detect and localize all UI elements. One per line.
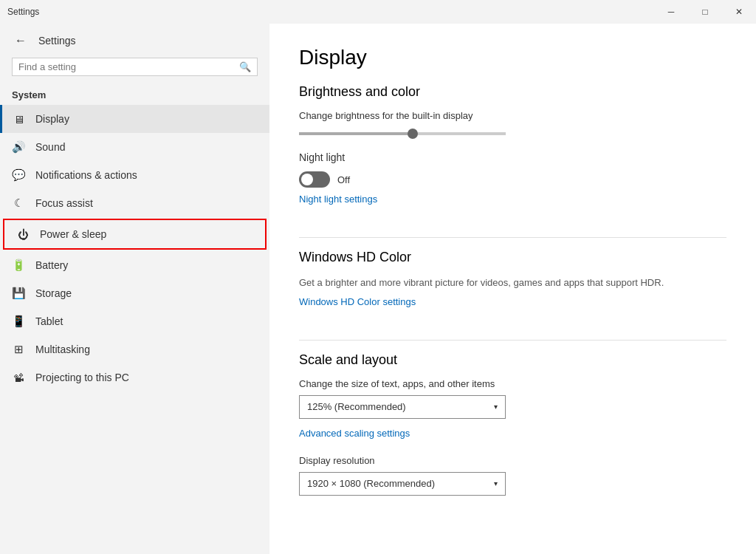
toggle-thumb — [301, 174, 313, 185]
slider-fill — [299, 132, 413, 135]
size-dropdown[interactable]: 125% (Recommended) ▾ — [299, 395, 506, 419]
nav-label-power: Power & sleep — [40, 228, 106, 240]
minimize-button[interactable]: ─ — [654, 0, 688, 24]
notifications-icon: 💬 — [12, 168, 25, 182]
resolution-dropdown[interactable]: 1920 × 1080 (Recommended) ▾ — [299, 472, 506, 496]
brightness-section: Brightness and color Change brightness f… — [299, 84, 726, 215]
nav-label-display: Display — [35, 113, 69, 125]
search-box[interactable]: 🔍 — [12, 58, 258, 76]
hd-color-settings-link[interactable]: Windows HD Color settings — [299, 296, 416, 307]
back-button[interactable]: ← — [12, 31, 30, 50]
scale-layout-section: Scale and layout Change the size of text… — [299, 352, 726, 496]
hd-color-description: Get a brighter and more vibrant picture … — [299, 276, 698, 290]
nav-label-storage: Storage — [35, 287, 72, 299]
size-label: Change the size of text, apps, and other… — [299, 378, 726, 389]
search-input[interactable] — [18, 61, 235, 72]
night-light-settings-link[interactable]: Night light settings — [299, 194, 377, 205]
night-light-row: Night light — [299, 151, 726, 167]
projecting-icon: 📽 — [12, 371, 25, 384]
titlebar-controls: ─ □ ✕ — [654, 0, 756, 24]
sidebar: ← Settings 🔍 System 🖥 Display 🔊 Sound 💬 … — [0, 24, 269, 554]
sidebar-item-storage[interactable]: 💾 Storage — [0, 279, 269, 307]
focus-icon: ☾ — [12, 196, 25, 210]
close-button[interactable]: ✕ — [722, 0, 756, 24]
sidebar-item-battery[interactable]: 🔋 Battery — [0, 251, 269, 279]
resolution-dropdown-arrow: ▾ — [494, 479, 498, 488]
divider-2 — [299, 340, 726, 341]
titlebar-title: Settings — [7, 7, 39, 17]
app-title-label: Settings — [38, 35, 76, 47]
battery-icon: 🔋 — [12, 259, 25, 272]
brightness-section-title: Brightness and color — [299, 84, 726, 100]
titlebar-left: Settings — [7, 7, 39, 17]
nav-label-sound: Sound — [35, 141, 65, 153]
brightness-label: Change brightness for the built-in displ… — [299, 110, 726, 121]
sidebar-item-notifications[interactable]: 💬 Notifications & actions — [0, 161, 269, 189]
sidebar-item-projecting[interactable]: 📽 Projecting to this PC — [0, 363, 269, 391]
search-icon: 🔍 — [239, 61, 251, 72]
hd-color-title: Windows HD Color — [299, 250, 726, 265]
multitasking-icon: ⊞ — [12, 343, 25, 356]
sidebar-item-display[interactable]: 🖥 Display — [0, 105, 269, 133]
night-light-status: Off — [337, 174, 350, 185]
night-light-toggle[interactable] — [299, 171, 330, 188]
nav-label-battery: Battery — [35, 259, 68, 271]
sidebar-top: ← Settings — [0, 24, 269, 58]
sidebar-item-focus[interactable]: ☾ Focus assist — [0, 189, 269, 217]
slider-thumb[interactable] — [408, 129, 418, 139]
sidebar-item-sound[interactable]: 🔊 Sound — [0, 133, 269, 161]
nav-label-projecting: Projecting to this PC — [35, 372, 129, 383]
tablet-icon: 📱 — [12, 315, 25, 328]
hd-color-section: Windows HD Color Get a brighter and more… — [299, 250, 726, 318]
night-light-label: Night light — [299, 151, 345, 163]
scale-layout-title: Scale and layout — [299, 352, 726, 368]
advanced-scaling-link[interactable]: Advanced scaling settings — [299, 428, 410, 439]
size-dropdown-arrow: ▾ — [494, 403, 498, 411]
size-dropdown-value: 125% (Recommended) — [307, 401, 406, 412]
divider-1 — [299, 237, 726, 238]
sound-icon: 🔊 — [12, 140, 25, 154]
resolution-dropdown-value: 1920 × 1080 (Recommended) — [307, 478, 435, 489]
power-icon: ⏻ — [16, 228, 30, 241]
app-container: ← Settings 🔍 System 🖥 Display 🔊 Sound 💬 … — [0, 24, 756, 554]
brightness-slider-container[interactable] — [299, 127, 726, 140]
titlebar: Settings ─ □ ✕ — [0, 0, 756, 24]
display-icon: 🖥 — [12, 112, 25, 126]
sidebar-item-tablet[interactable]: 📱 Tablet — [0, 307, 269, 335]
nav-label-multitasking: Multitasking — [35, 343, 90, 355]
sidebar-item-multitasking[interactable]: ⊞ Multitasking — [0, 335, 269, 363]
storage-icon: 💾 — [12, 287, 25, 300]
nav-label-focus: Focus assist — [35, 197, 93, 209]
content-area: Display Brightness and color Change brig… — [269, 24, 756, 554]
nav-label-notifications: Notifications & actions — [35, 169, 137, 181]
resolution-label: Display resolution — [299, 455, 726, 466]
page-title: Display — [299, 46, 726, 69]
nav-label-tablet: Tablet — [35, 315, 63, 327]
sidebar-section-label: System — [0, 83, 269, 105]
night-light-toggle-row: Off — [299, 171, 726, 188]
sidebar-item-power[interactable]: ⏻ Power & sleep — [3, 219, 267, 250]
maximize-button[interactable]: □ — [688, 0, 722, 24]
